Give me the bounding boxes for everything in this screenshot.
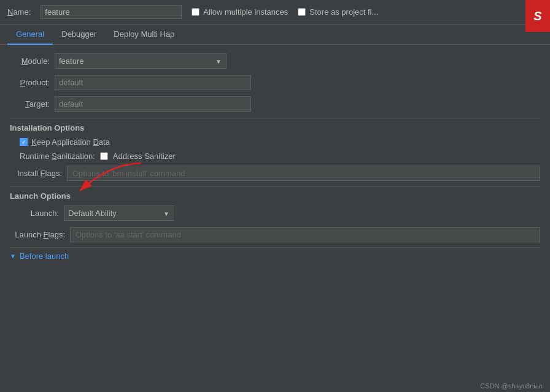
installation-options-section: Installation Options ✓ Keep Application … <box>10 118 540 181</box>
install-flags-input[interactable] <box>67 166 540 181</box>
keep-app-data-checkbox-icon[interactable]: ✓ <box>20 138 28 146</box>
before-launch-label: Before launch <box>20 252 69 261</box>
keep-app-data-row: ✓ Keep Application Data <box>10 137 540 147</box>
module-row: Module: feature <box>10 53 540 69</box>
main-content: Module: feature Product: Target: Install… <box>0 45 550 382</box>
target-row: Target: <box>10 96 540 112</box>
tabs-bar: General Debugger Deploy Multi Hap <box>0 25 550 45</box>
launch-label: Launch: <box>10 209 59 218</box>
keep-app-data-label: Keep Application Data <box>31 137 110 147</box>
logo-badge: S <box>525 0 550 32</box>
launch-flags-label: Launch Flags: <box>10 230 65 239</box>
footer-watermark: CSDN @shayu8nian <box>473 380 550 392</box>
product-label: Product: <box>10 78 50 87</box>
tab-deploy-multi-hap[interactable]: Deploy Multi Hap <box>105 25 183 45</box>
address-sanitizer-label: Address Sanitizer <box>113 152 176 161</box>
target-label: Target: <box>10 99 50 109</box>
allow-multiple-group: Allow multiple instances <box>192 7 288 17</box>
tab-debugger[interactable]: Debugger <box>53 25 105 45</box>
module-select[interactable]: feature <box>55 53 227 69</box>
launch-select[interactable]: Default Ability Custom Activity None <box>64 206 174 221</box>
launch-select-wrapper: Default Ability Custom Activity None <box>64 206 174 221</box>
launch-row: Launch: Default Ability Custom Activity … <box>10 206 540 221</box>
allow-multiple-checkbox[interactable] <box>192 8 199 16</box>
product-row: Product: <box>10 75 540 90</box>
launch-flags-row: Launch Flags: <box>10 227 540 242</box>
product-input[interactable] <box>55 75 251 90</box>
install-flags-row: Install Flags: <box>10 166 540 181</box>
before-launch-header[interactable]: ▼ Before launch <box>10 252 540 261</box>
before-launch-section: ▼ Before launch <box>10 247 540 261</box>
installation-options-title: Installation Options <box>10 118 540 133</box>
runtime-sanitization-row: Runtime Sanitization: Address Sanitizer <box>10 152 540 161</box>
chevron-down-icon: ▼ <box>10 253 16 259</box>
store-as-project-label: Store as project fi... <box>309 7 378 17</box>
tab-general[interactable]: General <box>7 25 53 45</box>
module-select-wrapper: feature <box>55 53 227 69</box>
runtime-sanitization-label: Runtime Sanitization: <box>20 152 95 161</box>
store-as-project-group: Store as project fi... <box>298 7 378 17</box>
install-flags-label: Install Flags: <box>10 169 62 178</box>
launch-options-section: Launch Options Launch: Default Ability C… <box>10 186 540 242</box>
top-bar: Name: Allow multiple instances Store as … <box>0 0 550 25</box>
name-label: Name: <box>7 7 31 17</box>
allow-multiple-label: Allow multiple instances <box>203 7 288 17</box>
store-as-project-checkbox[interactable] <box>298 8 306 16</box>
module-label: Module: <box>10 56 50 66</box>
launch-flags-input[interactable] <box>70 227 540 242</box>
target-input[interactable] <box>55 96 251 112</box>
address-sanitizer-checkbox[interactable] <box>100 152 108 160</box>
launch-options-title: Launch Options <box>10 186 540 201</box>
name-input[interactable] <box>41 5 182 19</box>
